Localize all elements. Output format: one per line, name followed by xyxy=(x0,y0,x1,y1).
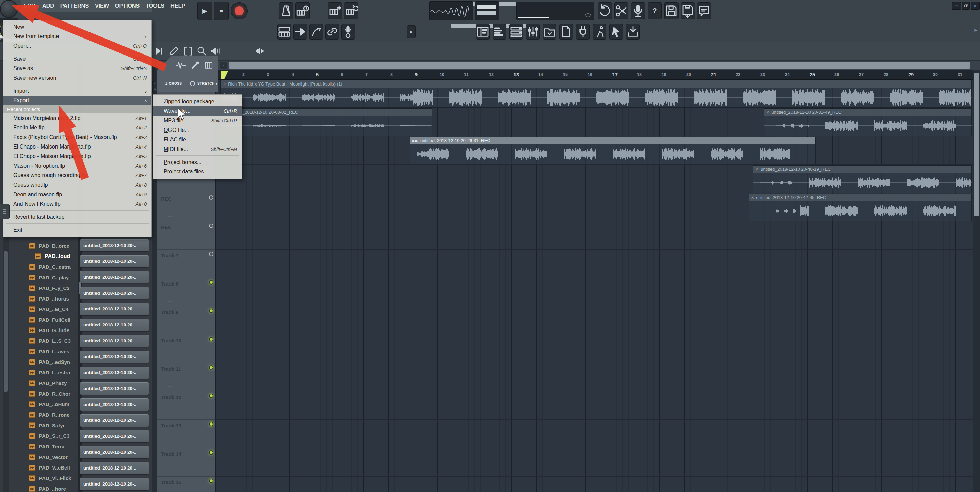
detach-icon[interactable] xyxy=(154,45,165,57)
playlist-mini-button-1[interactable]: · xyxy=(153,81,157,86)
clip-source-button[interactable]: untitled_2018-12-10 20-.. xyxy=(80,303,149,315)
playhead-marker[interactable] xyxy=(221,70,228,79)
news-next-icon[interactable]: ▶ xyxy=(975,27,977,33)
plug-icon[interactable] xyxy=(576,24,590,40)
menu-item-maison-margielaa-draft-2-flp[interactable]: Maison Margielaa draft 2.flpAlt+1 xyxy=(3,113,151,123)
grid-row[interactable] xyxy=(215,278,980,306)
grid-row[interactable] xyxy=(215,420,980,448)
save-as-icon[interactable] xyxy=(681,2,695,19)
playlist-vertical-scrollbar[interactable] xyxy=(972,70,980,492)
menu-item-exit[interactable]: Exit xyxy=(3,225,151,235)
menu-item-mp3-file[interactable]: MP3 file...Shift+Ctrl+R xyxy=(153,116,242,125)
browser-folder-icon[interactable] xyxy=(543,24,556,40)
track-header[interactable]: Track 14··· xyxy=(157,448,215,477)
zoom-icon[interactable] xyxy=(196,45,208,57)
clip-source-button[interactable]: untitled_2018-12-10 20-.. xyxy=(80,382,149,395)
clip-mute-icon[interactable]: ✕ xyxy=(766,110,769,115)
track-armed-light[interactable] xyxy=(209,422,213,426)
browser-sample-item[interactable]: ▶▶PAD_Phazy xyxy=(29,379,67,387)
audio-clip[interactable]: ▶▶untitled_2018-12-10 20-29-31_REC xyxy=(410,137,816,164)
audio-clip[interactable]: ✕untitled_2018-12-10 20-08-02_REC xyxy=(221,109,432,136)
menu-item-save-as[interactable]: Save as...Shift+Ctrl+S xyxy=(3,64,151,73)
monitor-icon[interactable] xyxy=(254,45,266,57)
menu-item-import[interactable]: Import› xyxy=(3,86,151,96)
clip-source-button[interactable]: untitled_2018-12-10 20-.. xyxy=(80,478,149,490)
menu-item-midi-file[interactable]: MIDI file...Shift+Ctrl+M xyxy=(153,144,242,154)
zcross-label[interactable]: Z-CROSS xyxy=(165,82,182,86)
browser-sample-item[interactable]: ▶▶PAD_Vector xyxy=(29,452,68,461)
zcross-knob[interactable] xyxy=(190,81,195,86)
menu-item-mason-no-option-flp[interactable]: Mason - No option.flpAlt+6 xyxy=(3,161,151,171)
clip-source-button[interactable]: untitled_2018-12-10 20-.. xyxy=(80,239,149,251)
menu-item-facts-playboi-carti-type-beat-mason-flp[interactable]: Facts (Playboi Carti Type Beat) - Mason.… xyxy=(3,133,151,142)
track-light-ring[interactable] xyxy=(209,252,213,256)
browser-sample-item[interactable]: ▶▶PAD_L..aves xyxy=(29,347,69,356)
menu-item-el-chapo-maison-margielaa-flp[interactable]: El Chapo - Maison Margielaa.flpAlt+4 xyxy=(3,142,151,152)
clip-source-button[interactable]: untitled_2018-12-10 20-.. xyxy=(80,319,149,331)
track-header[interactable]: Track 7··· xyxy=(157,250,215,278)
menu-item-project-bones[interactable]: Project bones... xyxy=(153,157,242,167)
piano-roll-icon[interactable] xyxy=(493,24,506,40)
menu-item-project-data-files[interactable]: Project data files... xyxy=(153,167,242,176)
touch-icon[interactable] xyxy=(593,24,606,40)
browser-sample-item[interactable]: ▶▶PAD_S..r_C3 xyxy=(29,431,70,440)
track-header[interactable]: Track 8··· xyxy=(157,278,215,306)
timeline-ruler[interactable]: 2345678910111213141516171819202122232425… xyxy=(157,70,980,80)
clip-title-bar[interactable]: ✕Rich The Kid x YG Type Beat - Moonlight… xyxy=(221,80,972,88)
menu-item-el-chapo-maison-margielaa-flp[interactable]: El Chapo - Maison Margielaa.flpAlt+5 xyxy=(3,152,151,161)
stop-button[interactable]: ■ xyxy=(214,2,229,20)
clip-title-bar[interactable]: ✕untitled_2018-12-10 20-31-49_REC xyxy=(764,109,972,116)
track-armed-light[interactable] xyxy=(209,479,213,483)
menu-item-export[interactable]: Export› xyxy=(3,96,151,105)
overdub-icon[interactable] xyxy=(344,2,358,19)
click-arrow-icon[interactable] xyxy=(609,24,623,40)
clip-source-button[interactable]: untitled_2018-12-10 20-.. xyxy=(80,255,149,267)
menu-item-wave-file[interactable]: Wave file...Ctrl+R xyxy=(153,106,242,116)
browser-sample-item[interactable]: ▶▶PAD_R..rone xyxy=(29,410,70,419)
precount-icon[interactable] xyxy=(341,24,355,40)
browser-sample-item[interactable]: ▶▶PAD_C..estra xyxy=(29,262,71,271)
scroll-left-button[interactable]: ‹ xyxy=(221,62,227,69)
audio-clip[interactable]: ✕untitled_2018-12-10 20-40-19_REC xyxy=(753,165,972,193)
menu-item-new-from-template[interactable]: New from template› xyxy=(3,32,151,41)
grid-row[interactable] xyxy=(215,307,980,335)
menu-item-flac-file[interactable]: FLAC file... xyxy=(153,135,242,144)
browser-sample-item[interactable]: ▶▶PAD_C..play xyxy=(29,273,69,282)
track-armed-light[interactable] xyxy=(209,309,213,313)
track-light-ring[interactable] xyxy=(209,195,213,200)
restore-button[interactable] xyxy=(962,2,970,10)
browser-sample-item[interactable]: ▶▶PAD_F..y_C3 xyxy=(29,283,70,292)
playlist-horizontal-scrollbar[interactable]: ‹ xyxy=(157,61,980,70)
clip-source-button[interactable]: untitled_2018-12-10 20-.. xyxy=(80,351,149,363)
browser-sample-item[interactable]: ▶▶PAD_B..orce xyxy=(29,241,69,250)
clip-source-button[interactable]: untitled_2018-12-10 20-.. xyxy=(80,398,149,411)
main-volume-knob[interactable] xyxy=(0,0,18,18)
menu-item-deon-and-mason-flp[interactable]: Deon and mason.flpAlt+9 xyxy=(3,190,151,199)
track-header[interactable]: Track 12··· xyxy=(157,391,215,420)
clip-title-bar[interactable]: ▶▶untitled_2018-12-10 20-29-31_REC xyxy=(410,137,815,144)
preview-speaker-icon[interactable] xyxy=(210,45,221,57)
browser-sample-item[interactable]: ▶▶PAD_..oHum xyxy=(29,400,69,409)
clip-title-bar[interactable]: ✕untitled_2018-12-10 20-08-02_REC xyxy=(221,109,432,116)
track-armed-light[interactable] xyxy=(209,365,213,370)
link-icon[interactable] xyxy=(325,24,339,40)
grid-row[interactable] xyxy=(215,477,980,492)
channel-rack-icon[interactable] xyxy=(509,24,523,40)
browser-sample-item[interactable]: ▶▶PAD..loud xyxy=(35,252,70,260)
undo-icon[interactable] xyxy=(598,2,612,19)
browser-sample-item[interactable]: ▶▶PAD_..horus xyxy=(29,294,69,303)
grid-row[interactable] xyxy=(215,222,980,250)
step-edit-icon[interactable] xyxy=(293,24,307,40)
menu-item-save-new-version[interactable]: Save new versionCtrl+N xyxy=(3,73,151,83)
mic-icon[interactable] xyxy=(631,2,645,19)
clip-source-button[interactable]: untitled_2018-12-10 20-.. xyxy=(80,414,149,427)
track-armed-light[interactable] xyxy=(209,280,213,284)
track-armed-light[interactable] xyxy=(209,337,213,342)
browser-sample-item[interactable]: ▶▶PAD_L..estra xyxy=(29,368,70,377)
clip-source-button[interactable]: untitled_2018-12-10 20-.. xyxy=(80,367,149,379)
track-header[interactable]: Track 10··· xyxy=(157,335,215,363)
clip-source-button[interactable]: untitled_2018-12-10 20-.. xyxy=(80,335,149,347)
browser-sample-item[interactable]: ▶▶PAD_..edSyn xyxy=(29,358,70,366)
horizontal-scroll-thumb[interactable] xyxy=(229,62,970,69)
save-icon[interactable] xyxy=(664,2,679,19)
